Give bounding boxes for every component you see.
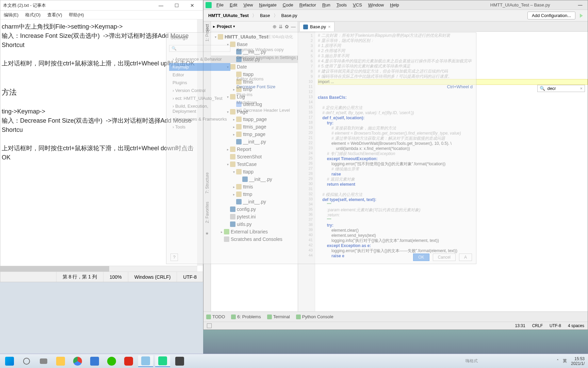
tree-item-date[interactable]: ▾Date — [211, 63, 298, 71]
menu-help[interactable]: Help — [387, 2, 402, 8]
menu-edit[interactable]: 编辑(E) — [0, 12, 22, 18]
tree-item-ttmis-page[interactable]: ▸ttmis_page — [211, 123, 298, 131]
tray-chevron-icon[interactable]: ˄ — [557, 359, 559, 364]
netease-button[interactable] — [121, 355, 136, 367]
collapse-icon[interactable]: ⇊ — [279, 24, 283, 29]
task-view-button[interactable] — [36, 355, 51, 367]
status-indicator-icon[interactable] — [207, 323, 212, 328]
tree-item-page[interactable]: ▾Page — [211, 108, 298, 116]
pycharm-taskbar-button[interactable] — [155, 355, 170, 367]
chrome-button[interactable] — [70, 355, 85, 367]
tree-item-ttmis[interactable]: ▸ttmis — [211, 183, 298, 190]
tree-item---init---py[interactable]: __init__.py — [211, 48, 298, 56]
tree-item-base-py[interactable]: Base.py — [211, 56, 298, 63]
run-button[interactable] — [577, 12, 585, 19]
tree-item-ttapp-page[interactable]: ▸ttapp_page — [211, 116, 298, 123]
file-encoding[interactable]: UTF-8 — [550, 323, 561, 328]
hide-icon[interactable]: — — [291, 24, 296, 29]
tool-window-terminal[interactable]: Terminal — [267, 314, 290, 319]
tree-item---init---py[interactable]: __init__.py — [211, 175, 298, 183]
clock-date[interactable]: 2021/1/ — [571, 361, 585, 366]
tree-item-config-py[interactable]: config.py — [211, 205, 298, 213]
tree-item---init---py[interactable]: __init__.py — [211, 198, 298, 205]
notepad-text-area[interactable]: charm中左上角找到File->setting->Keymap->输入：Inc… — [0, 19, 203, 272]
menu-file[interactable]: File — [214, 2, 226, 8]
tool-window-python-console[interactable]: Python Console — [296, 314, 333, 319]
tree-item-report[interactable]: ▸Report — [211, 145, 298, 153]
menu-view[interactable]: View — [241, 2, 256, 8]
menu-view[interactable]: 查看(V) — [44, 12, 65, 18]
ime-indicator[interactable]: 英 — [563, 358, 567, 364]
tree-item-ttapp[interactable]: ttapp — [211, 71, 298, 78]
cortana-button[interactable] — [19, 355, 34, 367]
close-tab-icon[interactable]: × — [328, 24, 331, 29]
tree-item-ttmis[interactable]: ttmis — [211, 78, 298, 86]
add-configuration-button[interactable]: Add Configuration... — [527, 12, 575, 19]
menu-format[interactable]: 格式(O) — [22, 12, 44, 18]
notepad-scrollbar-horizontal[interactable] — [0, 266, 197, 272]
notepad-titlebar[interactable]: 本文档 (2).txt - 记事本 — ☐ ✕ — [0, 0, 203, 11]
breadcrumb-file[interactable]: Base.py — [279, 12, 299, 19]
menu-run[interactable]: Run — [320, 2, 333, 8]
line-gutter[interactable]: 1234567891011121314151617181920212223242… — [298, 32, 315, 311]
minimize-button[interactable]: — — [573, 0, 588, 10]
tool-window-todo[interactable]: TODO — [206, 314, 225, 319]
menu-vcs[interactable]: VCS — [350, 2, 365, 8]
notepad-taskbar-button[interactable] — [138, 355, 153, 367]
menu-navigate[interactable]: Navigate — [256, 2, 279, 8]
menu-refactor[interactable]: Refactor — [297, 2, 319, 8]
file-explorer-button[interactable] — [53, 355, 68, 367]
tree-item-pytest-ini[interactable]: pytest.ini — [211, 213, 298, 220]
close-search-icon[interactable]: × — [580, 86, 583, 91]
search-input[interactable] — [547, 86, 578, 91]
tree-item-uitls-py[interactable]: uitls.py — [211, 220, 298, 228]
tree-root[interactable]: ▾HMTT_UIAuto_Test E:\04ui自动化 — [211, 33, 298, 41]
pycharm-titlebar[interactable]: FileEditViewNavigateCodeRefactorRunTools… — [203, 0, 588, 10]
notepad-scrollbar-vertical[interactable] — [197, 19, 203, 266]
menu-help[interactable]: 帮助(H) — [65, 12, 87, 18]
locate-icon[interactable]: ⊕ — [273, 24, 277, 29]
tree-item-uitest-log[interactable]: uitest.log — [211, 101, 298, 108]
wechat-button[interactable] — [104, 355, 119, 367]
close-button[interactable]: ✕ — [184, 0, 200, 11]
tree-item-ttapp[interactable]: ▾ttapp — [211, 168, 298, 175]
menu-code[interactable]: Code — [280, 2, 296, 8]
wps-button[interactable] — [87, 355, 102, 367]
tool-structure[interactable]: 7: Structure — [205, 172, 210, 194]
tree-item-scratches-and-consoles[interactable]: Scratches and Consoles — [211, 235, 298, 243]
project-tree[interactable]: ▾HMTT_UIAuto_Test E:\04ui自动化▾Base__init_… — [211, 32, 298, 311]
tool-favorites[interactable]: 2: Favorites — [205, 202, 210, 223]
tree-item-external-libraries[interactable]: ▸External Libraries — [211, 228, 298, 235]
clock-time[interactable]: 15:53 — [571, 356, 585, 361]
tool-window-6--problems[interactable]: 6: Problems — [231, 314, 261, 319]
tree-item---init---py[interactable]: __init__.py — [211, 138, 298, 145]
minimize-button[interactable]: — — [153, 0, 169, 11]
menu-edit[interactable]: Edit — [227, 2, 240, 8]
tool-project[interactable]: 1: Project — [205, 24, 210, 42]
tree-item-ttmp[interactable]: ▸ttmp — [211, 190, 298, 198]
tree-item-log[interactable]: ▾Log — [211, 93, 298, 101]
desktop-background[interactable] — [203, 330, 588, 354]
indent-setting[interactable]: 4 spaces — [568, 323, 584, 328]
status-eol: Windows (CRLF) — [128, 272, 177, 282]
maximize-button[interactable]: ☐ — [169, 0, 184, 11]
recorder-taskbar-button[interactable] — [172, 355, 187, 367]
breadcrumb-folder[interactable]: Base — [258, 12, 272, 19]
tree-item-base[interactable]: ▾Base — [211, 41, 298, 48]
folder-icon: ▸ — [213, 24, 215, 29]
menu-tools[interactable]: Tools — [334, 2, 349, 8]
breadcrumb-project[interactable]: HMTT_UIAuto_Test — [206, 12, 251, 19]
start-button[interactable] — [2, 355, 17, 367]
pycharm-window: FileEditViewNavigateCodeRefactorRunTools… — [203, 0, 588, 330]
caret-position[interactable]: 13:31 — [515, 323, 525, 328]
tree-item-ttmp-page[interactable]: ▸ttmp_page — [211, 131, 298, 138]
menu-window[interactable]: Window — [365, 2, 387, 8]
code-editor[interactable]: # 二次封装：所有对于selenium和appium自带的api方法进行的优化和… — [315, 32, 588, 311]
tree-item-screenshot[interactable]: ScreenShot — [211, 153, 298, 160]
project-panel-title[interactable]: Project — [217, 24, 232, 29]
settings-icon[interactable]: ✿ — [285, 24, 289, 29]
line-separator[interactable]: CRLF — [532, 323, 543, 328]
tree-item-testcase[interactable]: ▾TestCase — [211, 160, 298, 168]
tree-item-ttmp[interactable]: ▸ttmp — [211, 86, 298, 93]
tab-base-py[interactable]: Base.py × — [299, 22, 334, 31]
